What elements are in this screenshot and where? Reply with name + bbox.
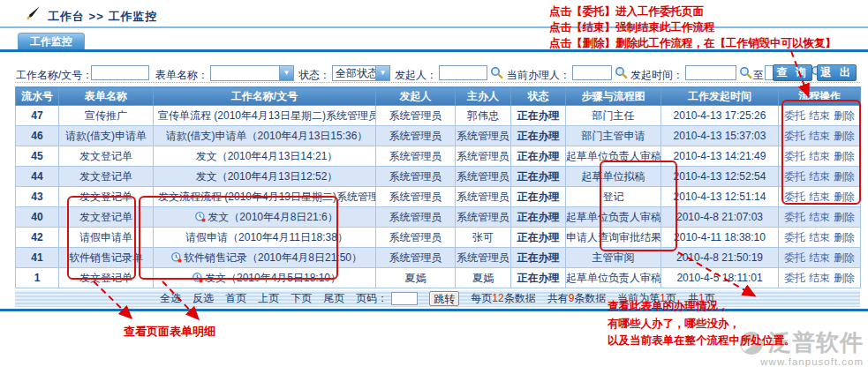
- cell-step-flowchart-link[interactable]: 起草单位负责人审稿: [566, 146, 661, 167]
- cell-work-name[interactable]: 发文（2010年4月8日21:6）: [154, 207, 376, 228]
- cell-step-flowchart-link[interactable]: 起草单位拟稿: [566, 167, 661, 187]
- cell-form-name[interactable]: 宣传推广: [59, 106, 154, 126]
- annotation-top: 点击【委托】进入工作委托页面 点击【结束】强制结束此工作流程 点击【删除】删除此…: [549, 4, 836, 51]
- last-page-link[interactable]: 尾页: [323, 291, 344, 306]
- delegate-link[interactable]: 委托: [784, 251, 805, 264]
- cell-work-name[interactable]: 软件销售记录（2010年4月8日21:50）: [154, 248, 376, 268]
- cell-starter: 系统管理员: [376, 106, 456, 126]
- work-name-text: 发文（2010年4月13日12:52）: [196, 170, 338, 183]
- cell-operations: 委托结束删除: [779, 106, 861, 126]
- delegate-link[interactable]: 委托: [784, 170, 805, 183]
- cell-form-name[interactable]: 发文登记单: [59, 146, 154, 167]
- end-link[interactable]: 结束: [809, 251, 830, 264]
- search-icon[interactable]: [490, 66, 503, 79]
- cell-starter: 系统管理员: [376, 228, 456, 248]
- invert-select-link[interactable]: 反选: [192, 291, 214, 306]
- start-time-from-input[interactable]: [685, 65, 736, 80]
- status-label: 状态：: [298, 68, 330, 83]
- form-name-select[interactable]: ▼: [210, 65, 294, 81]
- first-page-link[interactable]: 首页: [225, 291, 246, 306]
- prev-page-link[interactable]: 上页: [258, 291, 279, 306]
- search-button[interactable]: 查 询: [773, 64, 812, 81]
- cell-step-flowchart-link[interactable]: 登记: [566, 187, 661, 207]
- tab-work-monitor[interactable]: 工作监控: [18, 33, 85, 49]
- end-link[interactable]: 结束: [809, 130, 830, 142]
- page-number-input[interactable]: [391, 292, 418, 305]
- cell-operations: 委托结束删除: [779, 228, 861, 248]
- cell-operations: 委托结束删除: [779, 187, 861, 207]
- initiator-input[interactable]: [439, 65, 487, 80]
- cell-handler: 系统管理员: [456, 126, 511, 146]
- cell-step-flowchart-link[interactable]: 部门主管申请: [566, 126, 661, 146]
- table-header-cell: 主办人: [456, 87, 511, 106]
- delete-link[interactable]: 删除: [834, 109, 855, 122]
- work-name-input[interactable]: [91, 65, 149, 80]
- cell-work-name[interactable]: 请款(借支)申请单（2010年4月13日15:36）: [154, 126, 376, 146]
- delete-link[interactable]: 删除: [834, 231, 855, 243]
- select-all-link[interactable]: 全选: [160, 291, 181, 306]
- delegate-link[interactable]: 委托: [784, 109, 805, 122]
- cell-form-name[interactable]: 发文登记单: [59, 187, 154, 207]
- cell-step-flowchart-link[interactable]: 起草单位负责人审稿: [566, 207, 661, 228]
- end-link[interactable]: 结束: [809, 191, 830, 203]
- cell-operations: 委托结束删除: [779, 268, 861, 288]
- table-row: 42 请假申请单 请假申请（2010年4月11日18:38） 系统管理员 张可 …: [16, 228, 861, 248]
- delete-link[interactable]: 删除: [834, 251, 855, 264]
- delegate-link[interactable]: 委托: [784, 191, 805, 203]
- work-name-text: 发文流程流程 (2010年4月13日星期二)系统管理员: [158, 191, 376, 203]
- end-link[interactable]: 结束: [809, 211, 830, 223]
- delete-link[interactable]: 删除: [834, 170, 855, 183]
- cell-work-name[interactable]: 发文（2010年4月5日18:10）: [154, 268, 376, 288]
- cell-form-name[interactable]: 软件销售记录单: [59, 248, 154, 268]
- cell-serial: 42: [16, 228, 59, 248]
- cell-work-name[interactable]: 宣传单流程 (2010年4月13日星期二)系统管理员: [154, 106, 376, 126]
- delete-link[interactable]: 删除: [834, 211, 855, 223]
- cell-step-flowchart-link[interactable]: 申请人查询审批结果: [566, 228, 661, 248]
- total-info: 共有9条数据: [547, 291, 607, 306]
- cell-form-name[interactable]: 请假申请单: [59, 228, 154, 248]
- delegate-link[interactable]: 委托: [784, 211, 805, 223]
- end-link[interactable]: 结束: [809, 272, 830, 284]
- cell-handler: 系统管理员: [456, 167, 511, 187]
- cell-step-flowchart-link[interactable]: 部门主任: [566, 106, 661, 126]
- cell-step-flowchart-link[interactable]: 起草单位负责人审稿: [566, 268, 661, 288]
- end-link[interactable]: 结束: [809, 150, 830, 162]
- exit-button[interactable]: 退 出: [817, 64, 857, 81]
- annotation-bottom-right: 查看此表单的办理情况， 有哪些人办了，哪些没办， 以及当前表单在整个流程中所处位…: [608, 298, 796, 350]
- cell-work-name[interactable]: 请假申请（2010年4月11日18:38）: [154, 228, 376, 248]
- cell-work-name[interactable]: 发文流程流程 (2010年4月13日星期二)系统管理员: [154, 187, 376, 207]
- cell-form-name[interactable]: 发文登记单: [59, 268, 154, 288]
- cell-form-name[interactable]: 请款(借支)申请单: [59, 126, 154, 146]
- cell-start-time: 2010-4-8 21:50:19: [661, 248, 779, 268]
- status-select[interactable]: 全部状态 ▼: [332, 65, 390, 81]
- next-page-link[interactable]: 下页: [291, 291, 312, 306]
- delegate-link[interactable]: 委托: [784, 272, 805, 284]
- cell-work-name[interactable]: 发文（2010年4月13日12:52）: [154, 167, 376, 187]
- delete-link[interactable]: 删除: [834, 272, 855, 284]
- date-picker-icon[interactable]: [739, 66, 752, 79]
- table-row: 44 发文登记单 发文（2010年4月13日12:52） 系统管理员 系统管理员…: [16, 167, 861, 187]
- delegate-link[interactable]: 委托: [784, 130, 805, 142]
- cell-serial: 1: [16, 268, 59, 288]
- delete-link[interactable]: 删除: [834, 191, 855, 203]
- end-link[interactable]: 结束: [809, 231, 830, 243]
- cell-serial: 45: [16, 146, 59, 167]
- cell-start-time: 2010-4-13 15:37:03: [661, 126, 779, 146]
- cell-operations: 委托结束删除: [779, 207, 861, 228]
- current-handler-input[interactable]: [572, 65, 612, 80]
- jump-button[interactable]: 跳转: [429, 291, 459, 306]
- end-link[interactable]: 结束: [809, 170, 830, 183]
- delete-link[interactable]: 删除: [834, 150, 855, 162]
- cell-start-time: 2010-4-13 12:51:14: [661, 187, 779, 207]
- cell-form-name[interactable]: 发文登记单: [59, 207, 154, 228]
- end-link[interactable]: 结束: [809, 109, 830, 122]
- cell-work-name[interactable]: 发文（2010年4月13日14:21）: [154, 146, 376, 167]
- search-icon[interactable]: [615, 66, 628, 79]
- delete-link[interactable]: 删除: [834, 130, 855, 142]
- delegate-link[interactable]: 委托: [784, 231, 805, 243]
- cell-status: 正在办理: [511, 248, 566, 268]
- delegate-link[interactable]: 委托: [784, 150, 805, 162]
- cell-step-flowchart-link[interactable]: 主管审阅: [566, 248, 661, 268]
- cell-form-name[interactable]: 发文登记单: [59, 167, 154, 187]
- cell-starter: 系统管理员: [376, 187, 456, 207]
